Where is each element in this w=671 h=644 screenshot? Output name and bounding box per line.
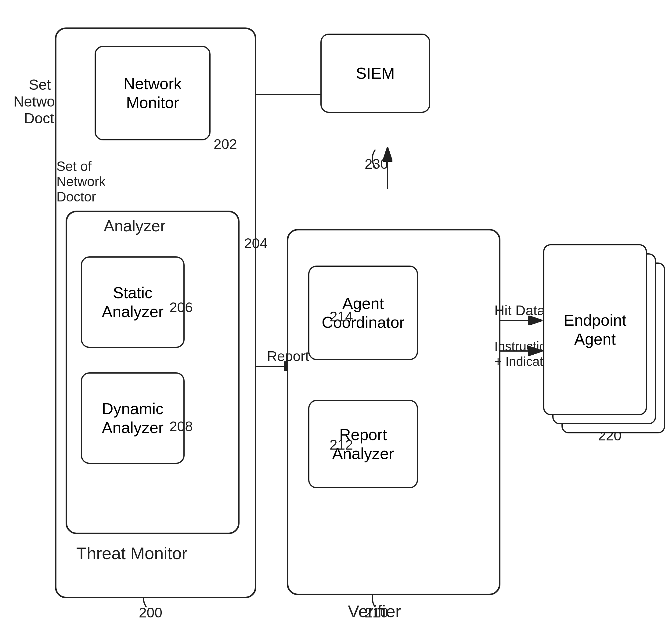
threat-monitor-label: Threat Monitor — [76, 543, 187, 563]
analyzer-label: Analyzer — [104, 217, 165, 235]
dynamic-analyzer-box: Dynamic Analyzer — [81, 372, 185, 464]
endpoint-agent-box: Endpoint Agent — [543, 244, 647, 415]
ref-230: 230 — [365, 156, 388, 172]
ref-202: 202 — [214, 136, 237, 152]
diagram: Set of Network Doctor SIEM Network Monit… — [0, 0, 671, 644]
report-label: Report — [267, 348, 309, 364]
hit-data-label: Hit Data — [494, 302, 545, 319]
ref-200: 200 — [139, 604, 162, 621]
ref-214: 214 — [330, 308, 353, 325]
ref-210: 210 — [365, 604, 388, 621]
set-of-network-doctor-label: Set ofNetworkDoctor — [56, 159, 124, 204]
ref-212: 212 — [330, 437, 353, 453]
network-monitor-box: Network Monitor — [94, 46, 211, 140]
ref-206: 206 — [169, 299, 193, 316]
static-analyzer-box: Static Analyzer — [81, 256, 185, 348]
agent-coordinator-box: Agent Coordinator — [308, 266, 418, 360]
ref-204: 204 — [244, 235, 268, 252]
report-analyzer-box: Report Analyzer — [308, 400, 418, 488]
ref-208: 208 — [169, 418, 193, 434]
siem-box: SIEM — [320, 34, 430, 113]
